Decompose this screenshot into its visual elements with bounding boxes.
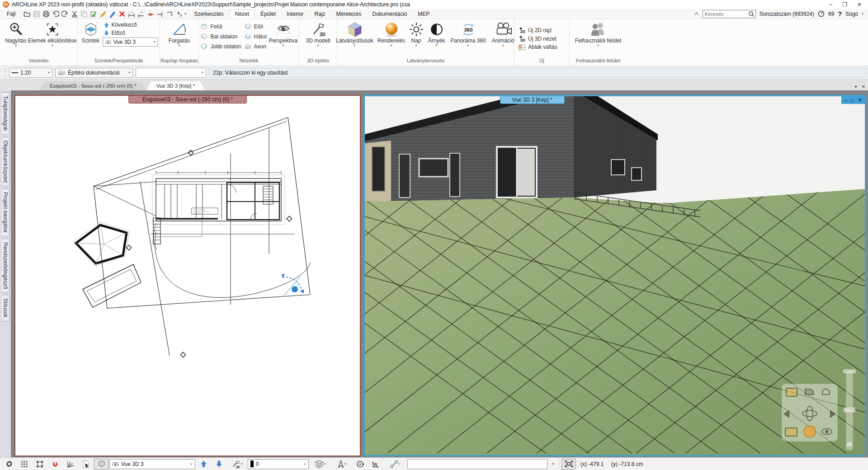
tab-vue-3d-3[interactable]: Vue 3D 3 [Kép] *	[146, 81, 205, 90]
ribbon-button-nagyitas[interactable]: Nagyítás▾	[3, 20, 29, 48]
tab-close-icon[interactable]: ✕	[862, 84, 865, 89]
selection-frame-icon[interactable]	[33, 459, 47, 470]
angle-snap-icon[interactable]	[63, 459, 78, 470]
sidebar-item-stilusok[interactable]: Stílusok	[2, 295, 9, 321]
close-button[interactable]: ✕	[857, 1, 862, 8]
layer-set-select[interactable]: Építési dokumentáció▾	[55, 68, 133, 78]
zoom-extents-button[interactable]	[561, 459, 576, 470]
search-icon[interactable]	[748, 11, 755, 17]
plan-canvas[interactable]	[15, 96, 360, 456]
menu-meretezes[interactable]: Méretezés	[331, 10, 366, 18]
select-cursor-icon[interactable]	[79, 459, 93, 470]
view3d-maximize-button[interactable]: □	[851, 98, 854, 103]
ribbon-button-panorama[interactable]: 360 Panoráma 360▾	[449, 20, 488, 48]
level-select[interactable]: Vue 3D 3▾	[103, 38, 158, 47]
pencil-icon[interactable]	[108, 10, 117, 18]
search-box[interactable]	[703, 10, 756, 18]
ribbon-button-axon[interactable]: Axon	[243, 42, 268, 51]
input-dropdown-icon[interactable]: ▾	[548, 459, 557, 470]
ribbon-button-felul[interactable]: Felül	[199, 22, 242, 31]
view3d-close-button[interactable]: ✕	[858, 97, 862, 103]
coordinate-input[interactable]	[407, 459, 547, 469]
menu-szerkesztes[interactable]: Szerkesztés	[189, 10, 228, 18]
tab-esquisse03[interactable]: Esquisse03 - Sous-sol (-250 cm) (0) *	[40, 81, 146, 90]
rotate-view-button[interactable]	[353, 459, 368, 470]
ribbon-button-jobb-oldalon[interactable]: Jobb oldalon	[199, 42, 242, 51]
ribbon-button-latvanystilusok[interactable]: Látványstílusok▾	[335, 20, 375, 48]
plan-window[interactable]: Esquisse03 - Sous-sol (-250 cm) (0) *	[14, 95, 361, 456]
ribbon-button-arnyek[interactable]: Árnyék▾	[426, 20, 447, 48]
ribbon-button-ablak-valtas[interactable]: Ablak váltás	[517, 43, 558, 51]
copy-icon[interactable]	[80, 10, 88, 18]
ribbon-button-uj-2d-rajz[interactable]: 2D Új 2D rajz	[517, 26, 553, 34]
menu-epulet[interactable]: Épület	[255, 10, 281, 18]
dimension-icon[interactable]	[127, 10, 136, 18]
add-query-icon[interactable]: ?	[175, 10, 183, 18]
ribbon-button-elozo[interactable]: Előző	[103, 29, 158, 37]
toolbar-overflow-icon[interactable]: ▾	[184, 12, 186, 16]
settings-gear-icon[interactable]	[2, 459, 16, 470]
grid-icon[interactable]	[17, 459, 32, 470]
north-arrow-button[interactable]: ▾	[331, 459, 352, 470]
ribbon-button-perspektiva[interactable]: Perspektíva▾	[269, 20, 298, 48]
ribbon-button-elemek-elkulonitese[interactable]: Elemek elkülönítése▾	[30, 20, 75, 48]
menu-nezet[interactable]: Nézet	[230, 9, 255, 19]
undo-icon[interactable]	[52, 10, 60, 18]
scale-select[interactable]: 1:20▾	[9, 68, 52, 78]
ribbon-button-hatul[interactable]: Hátul	[243, 32, 268, 41]
help-icon[interactable]: ?	[838, 10, 842, 18]
display-mode-icon[interactable]	[94, 459, 108, 470]
cut-icon[interactable]	[71, 10, 79, 18]
segment-mode-button[interactable]: ▾	[384, 459, 406, 470]
pen-color-select[interactable]: 0 ∨	[248, 459, 309, 469]
save-icon[interactable]	[33, 10, 41, 18]
delete-icon[interactable]	[118, 10, 126, 18]
sidebar-item-objektumkozpont[interactable]: Objektumközpont	[2, 137, 9, 186]
brush-icon[interactable]	[99, 10, 107, 18]
collapse-ribbon-icon[interactable]	[694, 11, 699, 16]
menu-interior[interactable]: Interior	[282, 10, 308, 18]
ribbon-button-uj-3d-nezet[interactable]: 3D Új 3D nézet	[517, 35, 557, 43]
level-down-button[interactable]	[212, 459, 226, 470]
open-icon[interactable]	[23, 10, 31, 18]
search-input[interactable]	[705, 11, 748, 17]
print-icon[interactable]	[42, 10, 50, 18]
menu-dokumentacio[interactable]: Dokumentáció	[368, 10, 412, 18]
ribbon-button-kovetkezo[interactable]: Következő	[103, 21, 158, 28]
ribbon-button-felhasznaloi-felulet[interactable]: Felhasználói felület▾	[573, 20, 624, 48]
ribbon-button-renderele[interactable]: Renderelés▾	[377, 20, 406, 48]
view3d-window-title[interactable]: Vue 3D 3 [Kép] *	[500, 96, 565, 104]
menu-file[interactable]: Fájl	[2, 10, 20, 18]
view3d-minimize-button[interactable]: ‒	[844, 98, 847, 103]
sidebar-item-rendszerbongeszo[interactable]: Rendszerböngésző	[2, 239, 9, 292]
tab-list-icon[interactable]: ▾	[855, 84, 857, 89]
ribbon-button-nap[interactable]: Nap▾	[408, 20, 425, 48]
local-coords-button[interactable]: R	[368, 459, 383, 470]
minimize-button[interactable]: –	[829, 1, 832, 8]
dimension-edit-icon[interactable]	[137, 10, 145, 18]
corner-icon[interactable]	[165, 10, 174, 18]
menu-mep[interactable]: MEP	[413, 10, 434, 18]
maximize-button[interactable]: ❐	[842, 1, 847, 8]
sidebar-item-tulajdonsagok[interactable]: Tulajdonságok	[2, 92, 9, 135]
ribbon-button-elol[interactable]: Elöl	[243, 22, 268, 31]
dimension-end-icon[interactable]	[156, 10, 164, 18]
layers-button[interactable]: ▾	[310, 459, 330, 470]
toolbar-grip[interactable]	[1, 68, 5, 78]
ribbon-button-bal-oldalon[interactable]: Bal oldalon	[199, 32, 242, 41]
snap-magnet-icon[interactable]	[48, 459, 62, 470]
menu-rajz[interactable]: Rajz	[309, 10, 330, 18]
command-input-combo[interactable]: ▾	[136, 68, 206, 78]
ribbon-button-forgatas[interactable]: Forgatás▾	[166, 20, 193, 48]
active-view-select[interactable]: Vue 3D 3 ∨	[109, 459, 195, 469]
view3d-window[interactable]: Vue 3D 3 [Kép] * ‒ □ ✕	[363, 95, 866, 456]
ribbon-button-3d-modell[interactable]: 3D 3D modell▾	[303, 20, 332, 48]
ribbon-button-animacio[interactable]: Animáció▾	[490, 20, 517, 48]
sidebar-item-projekt-navigator[interactable]: Projekt navigátor	[2, 188, 9, 236]
help-menu[interactable]: Súgó	[845, 11, 858, 17]
paste-icon[interactable]	[90, 10, 98, 18]
plan-window-title[interactable]: Esquisse03 - Sous-sol (-250 cm) (0) *	[128, 96, 247, 103]
level-up-button[interactable]	[196, 459, 211, 470]
build-3d-button[interactable]: 3D▾	[227, 459, 247, 470]
redo-icon[interactable]	[61, 10, 69, 18]
